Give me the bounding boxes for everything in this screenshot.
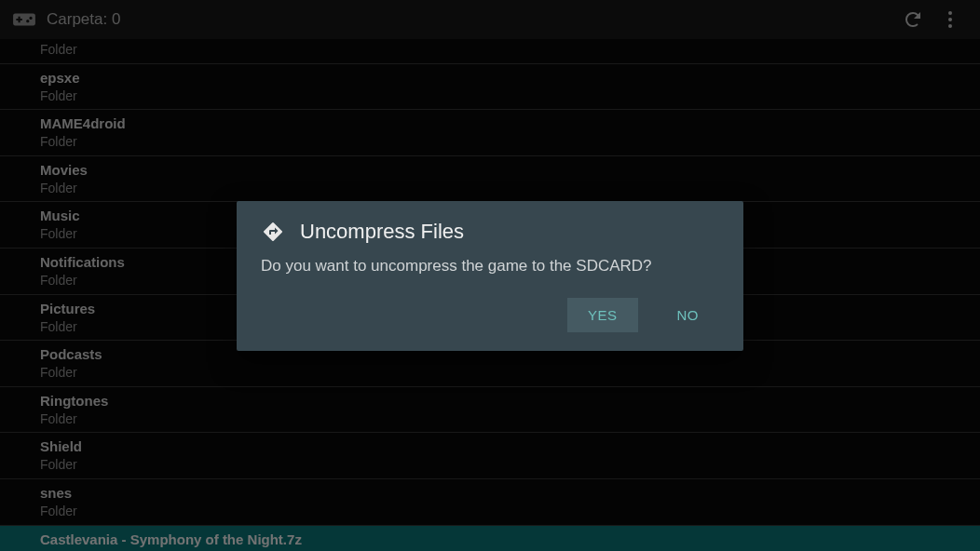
uncompress-dialog: Uncompress Files Do you want to uncompre… bbox=[237, 201, 743, 351]
dialog-message: Do you want to uncompress the game to th… bbox=[237, 251, 743, 298]
dialog-actions: YES NO bbox=[237, 298, 743, 340]
no-button[interactable]: NO bbox=[657, 298, 720, 332]
modal-overlay: Uncompress Files Do you want to uncompre… bbox=[0, 0, 980, 551]
dialog-title: Uncompress Files bbox=[300, 220, 464, 244]
directions-icon bbox=[261, 220, 285, 244]
yes-button[interactable]: YES bbox=[567, 298, 638, 332]
dialog-header: Uncompress Files bbox=[237, 201, 743, 251]
